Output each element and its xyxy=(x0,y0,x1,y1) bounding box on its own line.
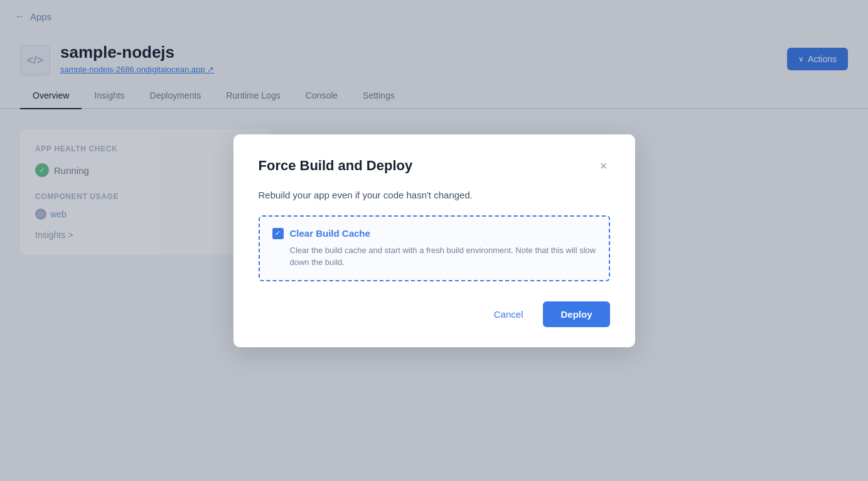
modal-close-button[interactable]: × xyxy=(597,157,610,175)
modal-description: Rebuild your app even if your code hasn'… xyxy=(259,190,610,200)
option-description: Clear the build cache and start with a f… xyxy=(272,244,596,269)
modal-overlay: Force Build and Deploy × Rebuild your ap… xyxy=(0,0,868,481)
deploy-button[interactable]: Deploy xyxy=(543,301,609,327)
clear-cache-checkbox[interactable]: ✓ xyxy=(272,228,284,239)
modal-header: Force Build and Deploy × xyxy=(259,157,610,175)
cancel-button[interactable]: Cancel xyxy=(484,303,533,326)
modal-footer: Cancel Deploy xyxy=(259,301,610,327)
modal-title: Force Build and Deploy xyxy=(259,158,413,174)
option-box: ✓ Clear Build Cache Clear the build cach… xyxy=(259,215,610,281)
checkbox-label: Clear Build Cache xyxy=(290,228,370,239)
modal: Force Build and Deploy × Rebuild your ap… xyxy=(233,134,635,347)
